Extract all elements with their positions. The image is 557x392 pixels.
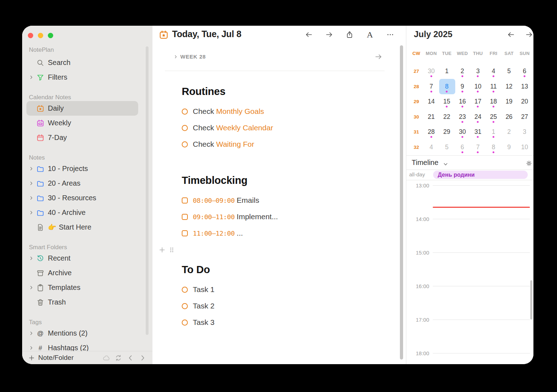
sidebar-item-40-archive[interactable]: 40 - Archive xyxy=(26,205,138,220)
calendar-day-17[interactable]: 17 xyxy=(470,94,486,110)
timeline-title[interactable]: Timeline xyxy=(412,159,438,167)
sidebar-item-daily[interactable]: Daily xyxy=(26,101,138,116)
sidebar-item-mentions-2[interactable]: @Mentions (2) xyxy=(26,326,138,341)
navigate-back-button[interactable] xyxy=(126,354,134,362)
sidebar-item-trash[interactable]: Trash xyxy=(26,295,138,310)
sidebar-item-recent[interactable]: Recent xyxy=(26,251,138,266)
calendar-day-3[interactable]: 3 xyxy=(470,64,486,79)
cloud-sync-icon[interactable] xyxy=(102,354,110,362)
calendar-day-13[interactable]: 13 xyxy=(517,79,532,94)
disclosure-chevron-icon[interactable] xyxy=(29,196,36,200)
disclosure-chevron-icon[interactable] xyxy=(29,346,36,350)
calendar-day-26[interactable]: 26 xyxy=(501,109,517,125)
task-checkbox[interactable] xyxy=(182,230,188,236)
calendar-day-5[interactable]: 5 xyxy=(439,140,455,155)
sidebar-item-30-resources[interactable]: 30 - Resources xyxy=(26,191,138,205)
calendar-day-8[interactable]: 8 xyxy=(486,140,501,155)
calendar-day-10[interactable]: 10 xyxy=(470,79,486,94)
task-circle[interactable] xyxy=(182,141,188,147)
share-button[interactable] xyxy=(345,30,354,39)
minimize-window-button[interactable] xyxy=(38,33,43,38)
calendar-day-11[interactable]: 11 xyxy=(486,79,501,94)
disclosure-chevron-icon[interactable] xyxy=(29,256,36,261)
calendar-day-16[interactable]: 16 xyxy=(455,94,470,110)
calendar-day-10[interactable]: 10 xyxy=(517,140,532,155)
task-checkbox[interactable] xyxy=(182,197,188,203)
close-window-button[interactable] xyxy=(28,33,33,38)
calendar-day-1[interactable]: 1 xyxy=(486,125,501,140)
disclosure-chevron-icon[interactable] xyxy=(29,75,36,80)
sidebar-item-start-here[interactable]: 👉Start Here xyxy=(26,220,138,235)
calendar-day-24[interactable]: 24 xyxy=(470,109,486,125)
calendar-day-4[interactable]: 4 xyxy=(423,140,439,155)
add-block-button[interactable] xyxy=(159,246,166,253)
sync-icon[interactable] xyxy=(114,354,122,362)
calendar-day-23[interactable]: 23 xyxy=(455,109,470,125)
sidebar-item-archive[interactable]: Archive xyxy=(26,266,138,280)
disclosure-chevron-icon[interactable] xyxy=(29,285,36,290)
calendar-day-9[interactable]: 9 xyxy=(501,140,517,155)
calendar-day-30[interactable]: 30 xyxy=(455,125,470,140)
note-link[interactable]: Waiting For xyxy=(216,140,254,149)
sidebar-item-10-projects[interactable]: 10 - Projects xyxy=(26,161,138,176)
calendar-day-29[interactable]: 29 xyxy=(439,125,455,140)
calendar-day-15[interactable]: 15 xyxy=(439,94,455,110)
calendar-day-9[interactable]: 9 xyxy=(455,79,470,94)
week-disclosure-chevron-icon[interactable] xyxy=(174,55,178,59)
calendar-day-7[interactable]: 7 xyxy=(470,140,486,155)
calendar-day-27[interactable]: 27 xyxy=(517,109,532,125)
drag-handle-icon[interactable] xyxy=(168,246,175,253)
disclosure-chevron-icon[interactable] xyxy=(29,210,36,215)
task-circle[interactable] xyxy=(182,109,188,115)
format-button[interactable]: A xyxy=(366,30,374,39)
sidebar-item-hashtags-2[interactable]: #Hashtags (2) xyxy=(26,341,138,351)
calendar-day-6[interactable]: 6 xyxy=(517,64,532,79)
task-circle[interactable] xyxy=(182,320,188,326)
task-circle[interactable] xyxy=(182,303,188,309)
editor-scrollbar[interactable] xyxy=(400,45,403,360)
calendar-day-8[interactable]: 8 xyxy=(439,79,455,94)
calendar-day-6[interactable]: 6 xyxy=(455,140,470,155)
navigate-forward-button[interactable] xyxy=(139,354,146,362)
disclosure-chevron-icon[interactable] xyxy=(29,181,36,186)
calendar-day-31[interactable]: 31 xyxy=(470,125,486,140)
all-day-event[interactable]: День родини xyxy=(433,171,528,179)
more-options-button[interactable] xyxy=(386,30,395,39)
calendar-day-28[interactable]: 28 xyxy=(423,125,439,140)
timeline-scrollbar[interactable] xyxy=(530,280,532,320)
open-week-note-arrow-icon[interactable] xyxy=(375,53,382,61)
calendar-day-20[interactable]: 20 xyxy=(517,94,532,110)
zoom-window-button[interactable] xyxy=(48,33,53,38)
sidebar-scrollbar[interactable] xyxy=(146,46,149,335)
note-link[interactable]: Weekly Calendar xyxy=(216,124,273,132)
chevron-down-icon[interactable] xyxy=(443,162,448,167)
note-link[interactable]: Monthly Goals xyxy=(216,107,264,116)
sidebar-item-filters[interactable]: Filters xyxy=(26,70,138,85)
next-month-button[interactable] xyxy=(525,31,533,39)
task-checkbox[interactable] xyxy=(182,214,188,220)
calendar-day-1[interactable]: 1 xyxy=(439,64,455,79)
week-banner-label[interactable]: WEEK 28 xyxy=(180,54,206,60)
calendar-day-4[interactable]: 4 xyxy=(486,64,501,79)
calendar-day-25[interactable]: 25 xyxy=(486,109,501,125)
calendar-day-2[interactable]: 2 xyxy=(501,125,517,140)
calendar-day-22[interactable]: 22 xyxy=(439,109,455,125)
prev-month-button[interactable] xyxy=(507,31,515,39)
task-circle[interactable] xyxy=(182,287,188,293)
calendar-day-3[interactable]: 3 xyxy=(517,125,532,140)
gear-icon[interactable] xyxy=(526,160,532,167)
back-arrow-button[interactable] xyxy=(305,30,313,39)
sidebar-item-search[interactable]: Search xyxy=(26,55,138,70)
calendar-day-7[interactable]: 7 xyxy=(423,79,439,94)
calendar-day-21[interactable]: 21 xyxy=(423,109,439,125)
new-note-folder-button[interactable]: Note/Folder xyxy=(28,354,74,362)
calendar-day-2[interactable]: 2 xyxy=(455,64,470,79)
sidebar-item-templates[interactable]: Templates xyxy=(26,280,138,295)
calendar-day-30[interactable]: 30 xyxy=(423,64,439,79)
calendar-day-14[interactable]: 14 xyxy=(423,94,439,110)
sidebar-item-7-day[interactable]: 7-Day xyxy=(26,130,138,145)
calendar-day-12[interactable]: 12 xyxy=(501,79,517,94)
sidebar-item-20-areas[interactable]: 20 - Areas xyxy=(26,176,138,191)
forward-arrow-button[interactable] xyxy=(325,30,333,39)
sidebar-item-weekly[interactable]: Weekly xyxy=(26,116,138,130)
